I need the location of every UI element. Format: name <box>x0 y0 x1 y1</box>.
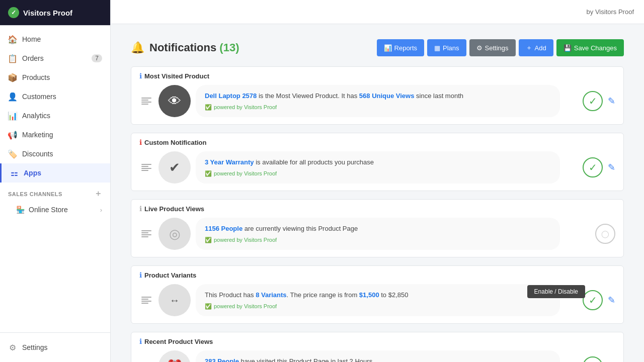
type-icon-product-variants: ℹ <box>139 271 142 279</box>
sidebar-item-marketing[interactable]: 📢 Marketing <box>0 125 110 144</box>
sidebar-item-products[interactable]: 📦 Products <box>0 68 110 87</box>
content-post-product-variants: to $2,850 <box>379 291 409 299</box>
notif-body-product-variants: ↔ This Product has 8 Variants. The price… <box>131 279 623 323</box>
page-header: 🔔 Notifications (13) 📊 Reports ▦ Plans ⚙ <box>131 39 624 56</box>
save-icon: 💾 <box>564 44 572 52</box>
sidebar-item-discounts[interactable]: 🏷️ Discounts <box>0 144 110 163</box>
main-panel: by Visitors Proof 🔔 Notifications (13) 📊… <box>111 0 644 362</box>
powered-text-live-product-views: powered by Visitors Proof <box>214 236 277 244</box>
powered-check-most-visited: ✅ <box>205 103 212 112</box>
settings-toolbar-button[interactable]: ⚙ Settings <box>469 39 516 56</box>
type-icon-live-product-views: ℹ <box>139 205 142 213</box>
drag-bar1 <box>141 230 151 231</box>
drag-bar2 <box>141 299 148 300</box>
notif-card-recent-product-views: ℹ Recent Product Views ⏰ 283 People have… <box>131 332 624 362</box>
drag-bar1 <box>141 164 151 165</box>
highlight1-product-variants: 8 Variants <box>256 291 286 299</box>
notif-card-custom-notification: ℹ Custom Notification ✔ 3 Year Warranty … <box>131 133 624 191</box>
sidebar-item-home[interactable]: 🏠 Home <box>0 30 110 49</box>
reports-button[interactable]: 📊 Reports <box>377 39 425 56</box>
drag-bar2 <box>141 166 148 167</box>
notif-card-most-visited: ℹ Most Visited Product 👁 Dell Laptop 257… <box>131 66 624 125</box>
sidebar-item-label-apps: Apps <box>24 169 41 177</box>
notif-icon-most-visited: 👁 <box>158 85 191 117</box>
drag-handle-product-variants[interactable] <box>139 295 153 306</box>
save-changes-button[interactable]: 💾 Save Changes <box>556 39 624 56</box>
orders-icon: 📋 <box>8 54 17 63</box>
edit-btn-most-visited[interactable]: ✎ <box>608 96 615 107</box>
apps-icon: ⚏ <box>10 168 19 177</box>
drag-bar2 <box>141 100 148 101</box>
sidebar-item-settings[interactable]: ⚙ Settings <box>0 338 110 357</box>
sidebar: ✓ Visitors Proof 🏠 Home 📋 Orders 7 📦 Pro… <box>0 0 111 362</box>
notif-body-most-visited: 👁 Dell Laptop 2578 is the Most Viewed Pr… <box>131 80 623 124</box>
enable-btn-product-variants[interactable]: ✓ <box>583 290 603 310</box>
notif-content-product-variants: This Product has 8 Variants. The price r… <box>196 284 560 316</box>
sidebar-item-online-store[interactable]: 🏪 Online Store › <box>0 201 110 218</box>
enable-btn-recent-product-views[interactable]: ✓ <box>583 356 603 362</box>
powered-custom-notification: ✅ powered by Visitors Proof <box>205 169 551 178</box>
notif-header-custom-notification: ℹ Custom Notification <box>131 133 623 146</box>
notif-card-product-variants: ℹ Product Variants ↔ This Product has 8 … <box>131 265 624 324</box>
content-mid-product-variants: . The price range is from <box>287 291 359 299</box>
notif-actions-most-visited: ✓ ✎ <box>565 91 615 111</box>
settings-toolbar-icon: ⚙ <box>476 44 482 52</box>
sidebar-item-label-products: Products <box>22 73 50 81</box>
bell-icon: 🔔 <box>131 41 144 54</box>
notif-header-recent-product-views: ℹ Recent Product Views <box>131 332 623 345</box>
enable-btn-most-visited[interactable]: ✓ <box>583 91 603 111</box>
sales-channels-label: SALES CHANNELS ＋ <box>0 183 110 201</box>
reports-icon: 📊 <box>384 44 392 52</box>
content-pre-product-variants: This Product has <box>205 291 256 299</box>
powered-check-live-product-views: ✅ <box>205 236 212 244</box>
drag-bar3 <box>141 102 151 103</box>
sidebar-item-analytics[interactable]: 📊 Analytics <box>0 106 110 125</box>
type-icon-recent-product-views: ℹ <box>139 337 142 345</box>
powered-check-custom-notification: ✅ <box>205 169 212 178</box>
add-button[interactable]: ＋ Add <box>519 39 553 56</box>
drag-handle-most-visited[interactable] <box>139 96 153 107</box>
powered-text-custom-notification: powered by Visitors Proof <box>214 169 277 178</box>
online-store-icon: 🏪 <box>16 206 25 214</box>
notif-actions-custom-notification: ✓ ✎ <box>565 157 615 177</box>
drag-handle-custom-notification[interactable] <box>139 162 153 173</box>
sidebar-item-label-analytics: Analytics <box>22 112 50 120</box>
analytics-icon: 📊 <box>8 111 17 120</box>
enable-btn-custom-notification[interactable]: ✓ <box>583 157 603 177</box>
notif-body-custom-notification: ✔ 3 Year Warranty is available for all p… <box>131 146 623 191</box>
highlight2-most-visited: 568 Unique Views <box>359 92 415 100</box>
drag-handle-live-product-views[interactable] <box>139 228 153 239</box>
drag-bar1 <box>141 297 151 298</box>
plans-icon: ▦ <box>434 44 440 52</box>
sidebar-nav: 🏠 Home 📋 Orders 7 📦 Products 👤 Customers… <box>0 26 110 332</box>
home-icon: 🏠 <box>8 35 17 44</box>
drag-bar4 <box>141 170 148 171</box>
powered-product-variants: ✅ powered by Visitors Proof <box>205 302 551 311</box>
brand-check-icon: ✓ <box>8 7 19 18</box>
enable-btn-live-product-views[interactable]: ◯ <box>595 224 615 244</box>
sidebar-item-apps[interactable]: ⚏ Apps <box>0 163 110 183</box>
edit-btn-product-variants[interactable]: ✎ <box>608 295 615 306</box>
powered-text-product-variants: powered by Visitors Proof <box>214 302 277 311</box>
notif-actions-recent-product-views: ✓ ✎ <box>565 356 615 362</box>
sales-channels-add-btn[interactable]: ＋ <box>94 189 103 199</box>
topbar-brand-text: by Visitors Proof <box>587 8 634 16</box>
edit-btn-custom-notification[interactable]: ✎ <box>608 162 615 173</box>
sidebar-item-label-customers: Customers <box>22 93 56 101</box>
powered-check-product-variants: ✅ <box>205 302 212 311</box>
sidebar-item-customers[interactable]: 👤 Customers <box>0 87 110 106</box>
type-icon-most-visited: ℹ <box>139 72 142 80</box>
online-store-arrow: › <box>100 206 102 214</box>
notif-icon-live-product-views: ◎ <box>158 218 191 250</box>
notif-label-most-visited: Most Visited Product <box>144 72 209 80</box>
highlight1-custom-notification: 3 Year Warranty <box>205 158 254 166</box>
highlight1-recent-product-views: 283 People <box>205 357 239 362</box>
content-mid-live-product-views: are currently viewing this Product Page <box>243 225 358 232</box>
notif-icon-custom-notification: ✔ <box>158 151 191 184</box>
sidebar-item-orders[interactable]: 📋 Orders 7 <box>0 49 110 68</box>
powered-most-visited: ✅ powered by Visitors Proof <box>205 103 551 112</box>
notif-card-live-product-views: ℹ Live Product Views ◎ 1156 People are c… <box>131 199 624 257</box>
page-title-count: (13) <box>219 41 239 54</box>
drag-bar3 <box>141 234 151 235</box>
plans-button[interactable]: ▦ Plans <box>427 39 466 56</box>
